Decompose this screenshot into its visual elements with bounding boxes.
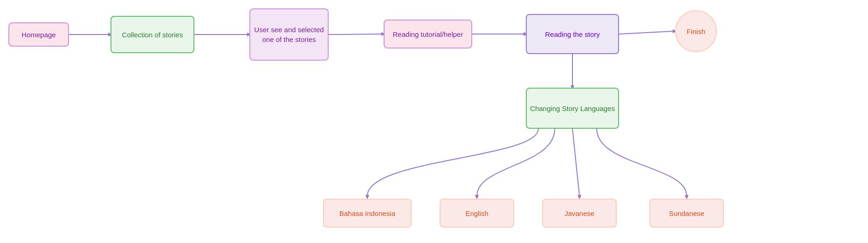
node-sundanese: Sundanese [649, 199, 724, 228]
node-reading-tutorial: Reading tutorial/helper [384, 20, 472, 49]
node-english: English [440, 199, 514, 228]
node-finish: Finish [675, 10, 717, 52]
node-collection: Collection of stories [110, 16, 194, 53]
svg-line-8 [619, 31, 673, 34]
diagram-container: Homepage Collection of stories User see … [0, 0, 868, 243]
node-user-selected: User see and selected one of the stories [249, 8, 329, 61]
svg-line-4 [329, 34, 381, 35]
node-changing-languages: Changing Story Languages [526, 88, 619, 129]
node-reading-story: Reading the story [526, 14, 619, 54]
node-javanese: Javanese [542, 199, 617, 228]
svg-line-14 [572, 129, 579, 196]
node-homepage: Homepage [8, 22, 69, 47]
node-bahasa: Bahasa Indonesia [323, 199, 412, 228]
